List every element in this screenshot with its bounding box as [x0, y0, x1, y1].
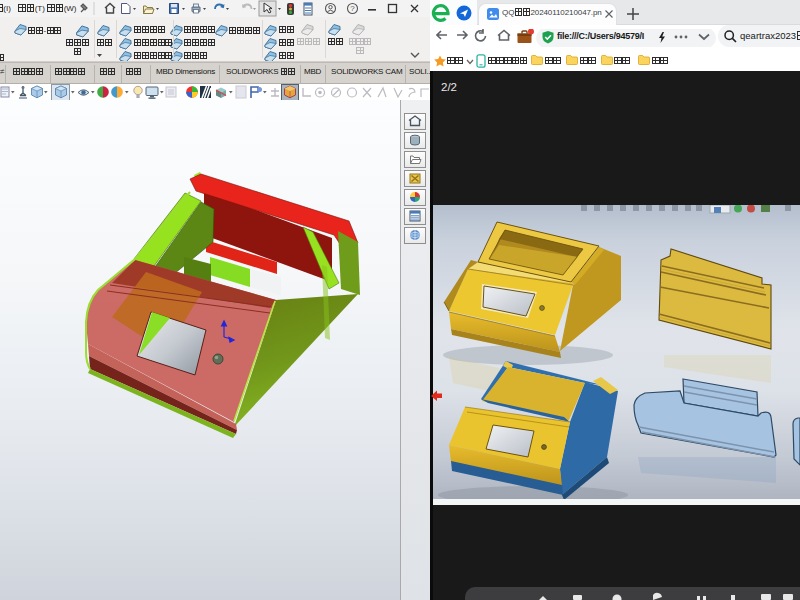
svg-text:?: ? — [350, 4, 355, 13]
